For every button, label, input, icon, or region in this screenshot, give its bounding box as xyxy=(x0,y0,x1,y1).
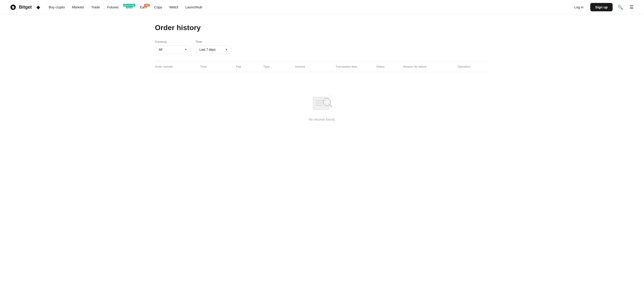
currency-filter-select[interactable]: All ▼ xyxy=(155,45,191,54)
empty-state: No records found. xyxy=(155,72,489,139)
bitget-logo-icon xyxy=(9,3,17,11)
empty-state-illustration xyxy=(308,90,336,113)
search-icon[interactable]: 🔍 xyxy=(616,3,624,11)
col-header-status: Status xyxy=(376,65,403,68)
nav-item-copy[interactable]: Copy xyxy=(151,4,165,11)
svg-point-5 xyxy=(325,100,329,104)
table-header-row: Order number Time Fiat Type Amount Trans… xyxy=(155,61,489,72)
diamond-icon[interactable]: ◆ xyxy=(36,4,40,10)
currency-filter-value: All xyxy=(159,48,162,51)
empty-state-message: No records found. xyxy=(308,117,335,121)
page-title: Order history xyxy=(155,24,489,32)
main-nav: Buy crypto Markets Trade Futures Bots Di… xyxy=(46,4,571,11)
col-header-operation: Operation xyxy=(458,65,494,68)
time-filter-group: Time Last 7 days ▼ xyxy=(196,40,232,54)
nav-item-bots[interactable]: Bots Discounts xyxy=(122,4,136,11)
col-header-transaction-fees: Transaction fees xyxy=(336,65,376,68)
logo-link[interactable]: Bitget xyxy=(9,3,32,11)
svg-line-6 xyxy=(330,104,332,107)
hamburger-menu-icon[interactable]: ☰ xyxy=(628,3,635,11)
svg-point-7 xyxy=(330,97,332,97)
col-header-time: Time xyxy=(200,65,236,68)
col-header-type: Type xyxy=(263,65,295,68)
order-history-table: Order number Time Fiat Type Amount Trans… xyxy=(155,61,489,139)
col-header-order-number: Order number xyxy=(155,65,200,68)
col-header-fiat: Fiat xyxy=(236,65,263,68)
main-content: Order history Currency All ▼ Time Last 7… xyxy=(141,15,503,148)
svg-point-9 xyxy=(330,95,330,96)
earn-hot-badge: Hot xyxy=(144,4,150,7)
time-filter-label: Time xyxy=(196,40,232,43)
nav-item-futures[interactable]: Futures xyxy=(104,4,122,11)
login-button[interactable]: Log in xyxy=(571,4,587,11)
nav-item-web3[interactable]: Web3 xyxy=(166,4,181,11)
bots-discounts-badge: Discounts xyxy=(123,4,136,7)
nav-item-launchhub[interactable]: Launchhub xyxy=(182,4,205,11)
currency-filter-group: Currency All ▼ xyxy=(155,40,191,54)
signup-button[interactable]: Sign up xyxy=(590,3,612,11)
currency-filter-label: Currency xyxy=(155,40,191,43)
col-header-amount: Amount xyxy=(295,65,336,68)
currency-chevron-icon: ▼ xyxy=(184,48,187,51)
filters-row: Currency All ▼ Time Last 7 days ▼ xyxy=(155,40,489,54)
nav-item-markets[interactable]: Markets xyxy=(69,4,87,11)
navbar-actions: Log in Sign up 🔍 ☰ xyxy=(571,3,635,11)
time-filter-value: Last 7 days xyxy=(200,48,216,51)
nav-item-buy-crypto[interactable]: Buy crypto xyxy=(46,4,68,11)
col-header-reason-for-failure: Reason for failure xyxy=(403,65,458,68)
navbar: Bitget ◆ Buy crypto Markets Trade Future… xyxy=(0,0,644,15)
time-filter-select[interactable]: Last 7 days ▼ xyxy=(196,45,232,54)
logo-text: Bitget xyxy=(19,5,32,10)
nav-item-earn[interactable]: Earn Hot xyxy=(136,4,150,11)
time-chevron-icon: ▼ xyxy=(225,48,228,51)
svg-point-8 xyxy=(332,100,333,100)
nav-item-trade[interactable]: Trade xyxy=(88,4,103,11)
